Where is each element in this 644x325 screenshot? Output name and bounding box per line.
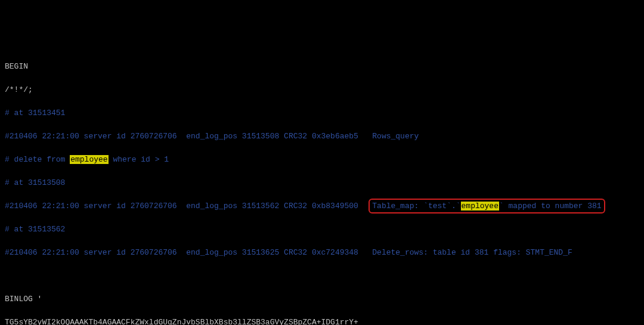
delete-post: where id > 1 bbox=[109, 155, 169, 164]
terminal-output: BEGIN /*!*/; # at 31513451 #210406 22:21… bbox=[5, 49, 639, 325]
tablemap-box-post: ` mapped to number 381 bbox=[499, 202, 602, 211]
log-position: # at 31513508 bbox=[5, 177, 639, 189]
begin-keyword: BEGIN bbox=[5, 61, 639, 73]
table-map-line: #210406 22:21:00 server id 2760726706 en… bbox=[5, 200, 639, 212]
binlog-data: TG5sYB2yWI2kOQAAAKTb4AGAACFkZWxldGUgZnJv… bbox=[5, 317, 639, 326]
delete-rows-header: #210406 22:21:00 server id 2760726706 en… bbox=[5, 247, 639, 259]
delete-pre: # delete from bbox=[5, 155, 70, 164]
table-map-annotation: Table_map: `test`.`employee` mapped to n… bbox=[369, 199, 605, 214]
tablemap-pre: #210406 22:21:00 server id 2760726706 en… bbox=[5, 202, 372, 211]
employee-highlight: employee bbox=[461, 202, 499, 211]
rows-query-header: #210406 22:21:00 server id 2760726706 en… bbox=[5, 131, 639, 143]
tablemap-box-pre: Table_map: `test`.` bbox=[372, 202, 460, 211]
comment-marker: /*!*/; bbox=[5, 84, 639, 96]
delete-query-comment: # delete from employee where id > 1 bbox=[5, 154, 639, 166]
employee-highlight: employee bbox=[70, 155, 108, 164]
log-position: # at 31513562 bbox=[5, 224, 639, 236]
log-position: # at 31513451 bbox=[5, 107, 639, 119]
binlog-keyword: BINLOG ' bbox=[5, 293, 639, 305]
